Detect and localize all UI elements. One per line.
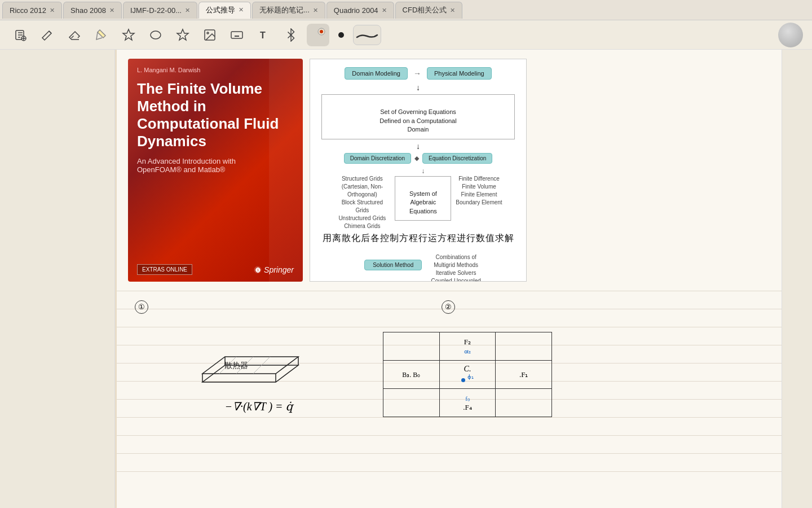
cell-empty-br: [496, 389, 552, 417]
image-button[interactable]: [198, 24, 221, 46]
tab-close-icon[interactable]: ✕: [50, 7, 55, 14]
flowchart-diagram: Domain Modeling → Physical Modeling ↓ Se…: [310, 59, 527, 282]
right-methods-col: Finite Difference Finite Volume Finite E…: [456, 167, 502, 207]
tab-close-icon[interactable]: ✕: [109, 7, 114, 14]
cell-empty-tl: [383, 332, 440, 361]
tab-label: 无标题的笔记...: [259, 5, 310, 15]
tab-label: Shao 2008: [70, 6, 106, 15]
notebook-page: L. Mangani M. Darwish The Finite Volume …: [115, 50, 782, 508]
tab-quadrio2004[interactable]: Quadrio 2004 ✕: [326, 2, 394, 19]
solution-right-col: Combinations of Multigrid Methods Iterat…: [431, 246, 480, 282]
avatar[interactable]: [778, 23, 803, 47]
left-sketch: 散热器 −∇·(k∇T ) = q̇: [135, 323, 349, 417]
tab-formula[interactable]: 公式推导 ✕: [198, 2, 251, 19]
select-button[interactable]: [117, 24, 140, 46]
toolbar: T: [0, 20, 812, 50]
arrow-down-1: ↓: [321, 83, 515, 92]
svg-point-3: [151, 31, 161, 39]
plate-sketch-svg: 散热器: [174, 329, 310, 391]
pen-button[interactable]: [36, 24, 59, 46]
svg-rect-7: [231, 32, 242, 38]
tab-label: 公式推导: [206, 5, 235, 15]
book-cover: L. Mangani M. Darwish The Finite Volume …: [128, 59, 303, 282]
cell-phi1: ɸ₁: [467, 374, 474, 380]
svg-point-15: [320, 30, 323, 33]
main-area: L. Mangani M. Darwish The Finite Volume …: [0, 50, 812, 508]
text-button[interactable]: T: [253, 24, 275, 46]
star-button[interactable]: [171, 24, 194, 46]
svg-marker-4: [177, 29, 188, 40]
cell-F2: F₂ ɑt₂: [439, 332, 496, 361]
domain-discretization-box: Domain Discretization: [344, 153, 411, 164]
cell-empty-bl: [383, 389, 440, 417]
notes-section: ① ②: [117, 291, 782, 483]
blue-dot-center: [461, 378, 465, 382]
cell-F1: .F₁: [496, 361, 552, 389]
tab-shao2008[interactable]: Shao 2008 ✕: [63, 2, 122, 19]
springer-logo-icon: 🅢: [254, 266, 262, 274]
brush-stroke: [353, 25, 381, 45]
tab-close-icon[interactable]: ✕: [185, 7, 190, 14]
sketch-area: 散热器 −∇·(k∇T ) = q̇: [135, 318, 764, 417]
grid-table: F₂ ɑt₂ B₃. B₀: [383, 332, 552, 417]
apple-pencil-button[interactable]: [307, 24, 329, 46]
tab-close-icon[interactable]: ✕: [313, 7, 318, 14]
highlighter-button[interactable]: [90, 24, 113, 46]
svg-text:散热器: 散热器: [224, 361, 248, 370]
diamond-icon: ◆: [414, 155, 419, 162]
pen-size-indicator: [338, 32, 344, 38]
tab-label: IJMF-D-22-00...: [130, 6, 182, 15]
equation-discretization-box: Equation Discretization: [422, 153, 492, 164]
eraser-button[interactable]: [63, 24, 86, 46]
content-area: L. Mangani M. Darwish The Finite Volume …: [115, 50, 782, 508]
left-methods-col: Structured Grids (Cartesian, Non-Orthogo…: [334, 167, 390, 230]
tab-cfd[interactable]: CFD相关公式 ✕: [395, 2, 463, 19]
tab-label: Quadrio 2004: [334, 6, 378, 15]
physical-modeling-box: Physical Modeling: [427, 67, 492, 80]
add-note-button[interactable]: [9, 24, 32, 46]
tab-close-icon[interactable]: ✕: [239, 6, 244, 14]
cell-f0F4: f₀ .F₄: [439, 389, 496, 417]
tab-ricco2012[interactable]: Ricco 2012 ✕: [2, 2, 62, 19]
bluetooth-button[interactable]: [280, 24, 302, 46]
tab-label: Ricco 2012: [10, 6, 46, 15]
cell-f0: f₀: [465, 395, 470, 402]
handwritten-chinese-text: 用离散化后各控制方程行运方程进行数值求解: [321, 233, 515, 244]
cell-empty-tr: [496, 332, 552, 361]
keyboard-button[interactable]: [226, 24, 248, 46]
arrow-down-2: ↓: [321, 142, 515, 151]
svg-point-6: [207, 32, 209, 34]
svg-marker-2: [123, 29, 134, 40]
circle-num-1: ①: [135, 300, 148, 314]
domain-modeling-box: Domain Modeling: [345, 67, 408, 80]
tab-close-icon[interactable]: ✕: [450, 7, 455, 14]
tab-ijmf[interactable]: IJMF-D-22-00... ✕: [123, 2, 197, 19]
sidebar-right: [782, 50, 812, 508]
tab-close-icon[interactable]: ✕: [382, 7, 387, 14]
sidebar-left: [0, 50, 115, 508]
book-extras-label: EXTRAS ONLINE: [137, 264, 192, 275]
cell-C: C. ɸ₁: [439, 361, 496, 389]
heat-equation: −∇·(k∇T ) = q̇: [225, 400, 293, 413]
governing-equations-box: Set of Governing Equations Defined on a …: [321, 94, 515, 139]
tab-label: CFD相关公式: [403, 5, 447, 15]
tab-untitled[interactable]: 无标题的笔记... ✕: [252, 2, 325, 19]
cell-at2: ɑt₂: [464, 348, 471, 354]
solution-method-box: Solution Method: [364, 260, 422, 270]
right-sketch: F₂ ɑt₂ B₃. B₀: [383, 323, 552, 417]
svg-text:T: T: [260, 30, 266, 40]
circle-num-2: ②: [442, 300, 455, 314]
flowchart-content: Domain Modeling → Physical Modeling ↓ Se…: [310, 59, 526, 282]
tab-bar: Ricco 2012 ✕ Shao 2008 ✕ IJMF-D-22-00...…: [0, 0, 812, 20]
cell-B3B0: B₃. B₀: [383, 361, 440, 389]
system-algebraic-box: System of Algebraic Equations: [395, 176, 451, 221]
image-row: L. Mangani M. Darwish The Finite Volume …: [117, 50, 782, 291]
svg-text:🅢: 🅢: [255, 268, 261, 273]
lasso-button[interactable]: [144, 24, 167, 46]
